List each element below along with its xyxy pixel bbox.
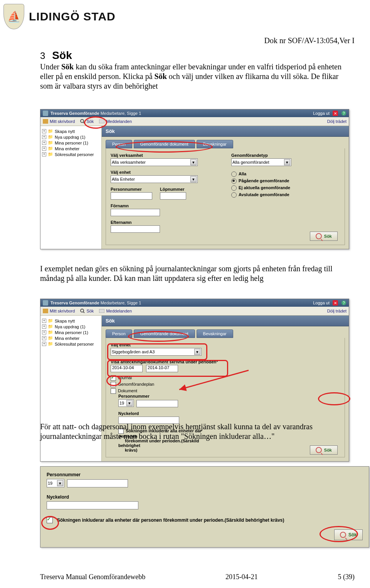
search-button[interactable]: Sök <box>310 445 338 455</box>
menu-skrivbord[interactable]: Mitt skrivbord <box>43 119 75 124</box>
svg-rect-6 <box>99 119 104 123</box>
tree-node-skapa[interactable]: +📁 Skapa nytt <box>42 128 100 134</box>
hide-tree-link[interactable]: Dölj trädet <box>327 119 346 124</box>
page-logo: ⛵ LIDINGÖ STAD <box>3 4 116 29</box>
menu-skrivbord[interactable]: Mitt skrivbord <box>43 309 75 313</box>
help-icon[interactable]: ? <box>341 111 346 116</box>
input-date-to[interactable]: 2014-10-07 <box>146 365 178 372</box>
input-efternamn[interactable] <box>111 225 160 233</box>
input-date-from[interactable]: 2014-10-04 <box>111 365 143 372</box>
svg-point-11 <box>81 309 84 312</box>
tab-dokument[interactable]: Genomförande dokument <box>134 329 195 338</box>
tree-node-mina-enheter[interactable]: +📁 Mina enheter <box>42 146 100 151</box>
logout-link[interactable]: Logga ut <box>313 301 330 305</box>
select-typ[interactable]: Alla genomförandet▾ <box>231 158 291 166</box>
tab-person[interactable]: Person <box>106 329 132 338</box>
close-icon[interactable]: ✕ <box>333 300 338 306</box>
content-title: Sök <box>102 316 349 326</box>
nav-tree: +📁 Skapa nytt +📁 Nya uppdrag (1) +📁 Mina… <box>40 126 102 249</box>
lbl-enhet: Välj enhet <box>111 343 234 347</box>
lbl-visa-period: Visa anteckningar/dokument skrivna under… <box>111 360 234 364</box>
lbl-genomforandetyp: Genomförandetyp <box>231 153 331 158</box>
screenshot-3: Personnummer 19▾ Nyckelord Sökningen ink… <box>40 466 369 548</box>
check-plan[interactable]: Genomförandeplan <box>111 382 234 387</box>
search-icon <box>80 119 85 124</box>
tree-node-sokresultat[interactable]: +📁 Sökresultat personer <box>42 341 100 347</box>
input-personnummer[interactable] <box>111 192 152 200</box>
radio-ej-aktuella[interactable]: Ej aktuella genomförande <box>231 185 331 191</box>
section-intro: 3Sök Under Sök kan du söka fram anteckni… <box>40 49 347 91</box>
svg-rect-13 <box>99 309 104 313</box>
select-enhet[interactable]: Siggebogården avd A3▾ <box>111 348 202 356</box>
select-verksamhet[interactable]: Alla verksamheter▾ <box>111 158 198 166</box>
chevron-down-icon: ▾ <box>57 480 63 486</box>
content-title: Sök <box>102 126 349 137</box>
lbl-personnummer: Personnummer <box>47 472 363 477</box>
lbl-nyckelord: Nyckelord <box>47 494 363 500</box>
close-icon[interactable]: ✕ <box>333 111 338 116</box>
tree-node-skapa[interactable]: +📁 Skapa nytt <box>42 318 100 324</box>
menu-meddelanden[interactable]: Meddelanden <box>99 309 132 313</box>
page-footer: Treserva Manual Genomförandewebb 2015-04… <box>40 573 355 581</box>
svg-rect-3 <box>43 119 48 124</box>
tab-bevakningar[interactable]: Bevakningar <box>197 140 233 148</box>
menu-meddelanden[interactable]: Meddelanden <box>99 119 132 124</box>
svg-text:?: ? <box>343 111 345 116</box>
tree-node-mina-personer[interactable]: +📁 Mina personer (1) <box>42 140 100 146</box>
svg-rect-0 <box>43 111 48 116</box>
input-personnummer[interactable] <box>67 479 128 487</box>
app-title: Treserva Genomförande Medarbetare, Sigge… <box>50 301 141 305</box>
check-dokument[interactable]: Dokument <box>111 388 234 394</box>
footer-center: 2015-04-21 <box>225 573 258 581</box>
tab-dokument[interactable]: Genomförande dokument <box>134 140 195 148</box>
chevron-down-icon: ▾ <box>190 159 197 165</box>
svg-point-4 <box>81 119 84 123</box>
tab-bevakningar[interactable]: Bevakningar <box>197 329 233 338</box>
input-fornamn[interactable] <box>111 209 160 216</box>
lbl-verksamhet: Välj verksamhet <box>111 153 219 158</box>
check-journal[interactable]: Journal <box>111 375 234 381</box>
logout-link[interactable]: Logga ut <box>313 111 330 116</box>
search-button[interactable]: Sök <box>310 232 338 241</box>
chevron-down-icon: ▾ <box>194 349 200 355</box>
help-icon[interactable]: ? <box>341 300 346 306</box>
tree-node-nya-uppdrag[interactable]: +📁 Nya uppdrag (1) <box>42 324 100 329</box>
radio-avslutade[interactable]: Avslutade genomförande <box>231 192 331 198</box>
paragraph-1: Under Sök kan du söka fram anteckningar … <box>40 62 347 91</box>
select-century[interactable]: 19▾ <box>47 479 64 487</box>
tree-node-sokresultat[interactable]: +📁 Sökresultat personer <box>42 151 100 157</box>
titlebar: Treserva Genomförande Medarbetare, Sigge… <box>40 299 349 307</box>
select-century[interactable]: 19▾ <box>118 399 134 407</box>
tree-node-mina-enheter[interactable]: +📁 Mina enheter <box>42 335 100 341</box>
tree-node-mina-personer[interactable]: +📁 Mina personer (1) <box>42 329 100 335</box>
search-form: Välj verksamhet Alla verksamheter▾ Välj … <box>106 148 345 245</box>
tab-person[interactable]: Person <box>106 140 132 148</box>
radio-alla[interactable]: Alla <box>231 171 331 177</box>
footer-right: 5 (39) <box>338 573 355 581</box>
menu-sok[interactable]: Sök <box>80 119 94 124</box>
section-number: 3 <box>40 50 45 61</box>
svg-rect-7 <box>43 300 48 306</box>
check-inkluderar[interactable]: Sökningen inkluderar alla enheter där pe… <box>47 517 363 523</box>
svg-text:?: ? <box>343 301 345 305</box>
lbl-enhet: Välj enhet <box>111 170 219 175</box>
input-nyckelord[interactable] <box>47 501 138 509</box>
section-heading: 3Sök <box>40 49 347 62</box>
select-enhet[interactable]: Alla Enheter▾ <box>111 175 198 183</box>
lbl-lopnummer: Löpnummer <box>160 187 186 192</box>
svg-line-5 <box>83 122 84 123</box>
menu-sok[interactable]: Sök <box>80 309 94 313</box>
input-lopnummer[interactable] <box>160 192 186 200</box>
paragraph-2: I exemplet nedan görs en sökning på jour… <box>40 264 347 283</box>
search-icon <box>316 233 322 239</box>
chevron-down-icon: ▾ <box>190 176 197 182</box>
input-personnummer[interactable] <box>136 400 178 407</box>
radio-pagaende[interactable]: Pågående genomförande <box>231 178 331 184</box>
app-icon <box>43 111 48 116</box>
lbl-efternamn: Efternamn <box>111 220 219 225</box>
hide-tree-link[interactable]: Dölj trädet <box>327 309 346 313</box>
svg-rect-10 <box>43 309 48 313</box>
menubar: Mitt skrivbord Sök Meddelanden Dölj träd… <box>40 307 349 316</box>
search-button[interactable]: Sök <box>334 529 363 540</box>
tree-node-nya-uppdrag[interactable]: +📁 Nya uppdrag (1) <box>42 134 100 140</box>
